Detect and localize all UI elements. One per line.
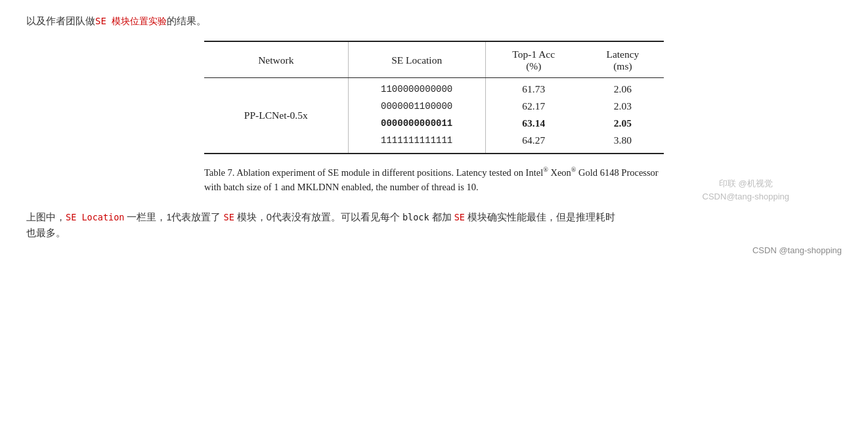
acc-cell: 62.17 xyxy=(485,98,582,115)
network-cell: PP-LCNet-0.5x xyxy=(204,78,348,154)
footer-paragraph: 上图中，SE Location 一栏里，1代表放置了 SE 模块，0代表没有放置… xyxy=(26,209,842,241)
footer-se2: SE xyxy=(454,212,465,222)
footer-mid3: 都加 xyxy=(429,212,454,222)
latency-cell: 3.80 xyxy=(582,132,664,154)
table-container: Network SE Location Top-1 Acc(%) Latency… xyxy=(204,41,664,195)
results-table: Network SE Location Top-1 Acc(%) Latency… xyxy=(204,41,664,154)
latency-cell: 2.06 xyxy=(582,78,664,98)
latency-cell-bold: 2.05 xyxy=(582,115,664,132)
acc-cell-bold: 63.14 xyxy=(485,115,582,132)
footer-se-location: SE Location xyxy=(66,212,124,222)
acc-cell: 61.73 xyxy=(485,78,582,98)
watermark-line2: CSDN@tang-shopping xyxy=(703,190,789,203)
page-container: 以及作者团队做SE 模块位置实验的结果。 Network SE Location… xyxy=(26,13,842,255)
table-body: PP-LCNet-0.5x 1100000000000 61.73 2.06 0… xyxy=(204,78,664,155)
intro-highlight: SE 模块位置实验 xyxy=(95,16,167,26)
intro-text-after: 的结果。 xyxy=(167,15,206,26)
intro-paragraph: 以及作者团队做SE 模块位置实验的结果。 xyxy=(26,13,842,29)
se-location-cell: 0000001100000 xyxy=(348,98,485,115)
csdn-credit: CSDN @tang-shopping xyxy=(26,245,842,255)
intro-text-before: 以及作者团队做 xyxy=(26,15,95,26)
footer-mid1: 一栏里，1代表放置了 xyxy=(124,212,223,222)
table-caption: Table 7. Ablation experiment of SE modul… xyxy=(204,165,664,195)
table-row: PP-LCNet-0.5x 1100000000000 61.73 2.06 xyxy=(204,78,664,98)
watermark: 印联 @机视觉 CSDN@tang-shopping xyxy=(703,177,789,203)
se-location-cell-bold: 0000000000011 xyxy=(348,115,485,132)
table-header-row: Network SE Location Top-1 Acc(%) Latency… xyxy=(204,42,664,78)
latency-cell: 2.03 xyxy=(582,98,664,115)
caption-text: Table 7. Ablation experiment of SE modul… xyxy=(204,167,659,192)
se-location-cell: 1100000000000 xyxy=(348,78,485,98)
footer-before: 上图中， xyxy=(26,212,66,222)
header-top1-acc: Top-1 Acc(%) xyxy=(485,42,582,78)
watermark-line1: 印联 @机视觉 xyxy=(703,177,789,190)
footer-se1: SE xyxy=(224,212,234,222)
header-se-location: SE Location xyxy=(348,42,485,78)
header-network: Network xyxy=(204,42,348,78)
header-latency: Latency(ms) xyxy=(582,42,664,78)
table-bottom-border xyxy=(204,154,664,154)
se-location-cell: 1111111111111 xyxy=(348,132,485,154)
footer-block: block xyxy=(402,212,429,222)
csdn-credit-text: CSDN @tang-shopping xyxy=(752,245,842,255)
footer-mid2: 模块，0代表没有放置。可以看见每个 xyxy=(234,212,402,222)
acc-cell: 64.27 xyxy=(485,132,582,154)
